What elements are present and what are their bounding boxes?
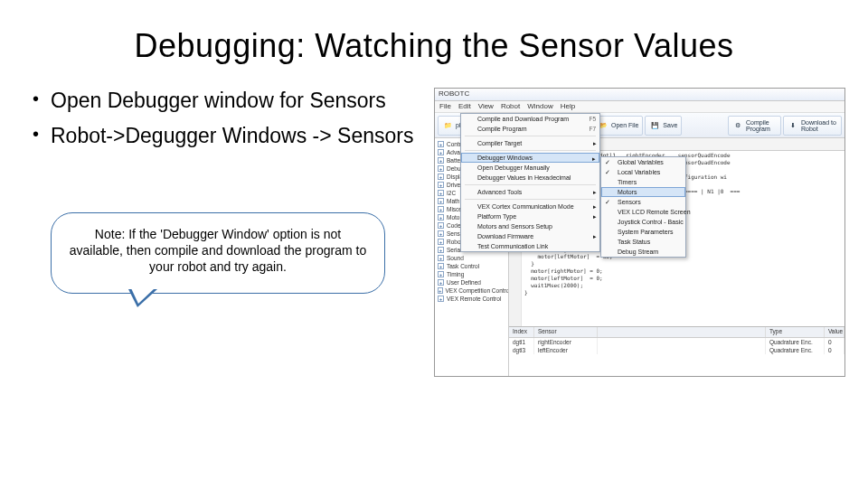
save-button[interactable]: 💾 Save: [645, 116, 682, 136]
open-file-button[interactable]: 📂 Open File: [593, 116, 643, 136]
submenu-item[interactable]: Task Status: [601, 237, 685, 247]
sensor-row: dgtl1rightEncoderQuadrature Enc.0: [509, 338, 844, 346]
sidebar-item-label: User Defined: [447, 279, 481, 286]
menu-help[interactable]: Help: [561, 102, 575, 111]
sidebar-item[interactable]: +VEX Remote Control: [435, 295, 508, 303]
note-text: Note: If the 'Debugger Window' option is…: [70, 227, 366, 274]
expand-icon: +: [438, 141, 444, 147]
check-icon: ✓: [605, 199, 610, 206]
chevron-right-icon: ▸: [592, 155, 596, 163]
menu-edit[interactable]: Edit: [458, 102, 471, 111]
expand-icon: +: [438, 222, 444, 229]
expand-icon: +: [438, 239, 444, 245]
sidebar-item-label: Timing: [447, 271, 464, 277]
chevron-right-icon: ▸: [593, 140, 597, 147]
expand-icon: +: [438, 190, 444, 196]
compile-label: Compile Program: [746, 119, 777, 132]
expand-icon: +: [438, 263, 444, 269]
submenu-item[interactable]: Debug Stream: [601, 247, 685, 257]
col-type: Type: [766, 327, 825, 337]
callout-tail: [128, 291, 160, 309]
chevron-right-icon: ▸: [593, 189, 597, 196]
download-icon: ⬇: [788, 120, 798, 131]
sidebar-item[interactable]: +Timing: [435, 270, 508, 278]
chevron-right-icon: ▸: [593, 233, 597, 240]
save-label: Save: [663, 122, 677, 128]
sidebar-item-label: Sound: [447, 255, 464, 261]
col-index: Index: [509, 327, 534, 337]
expand-icon: +: [438, 287, 443, 294]
sidebar-item[interactable]: +VEX Competition Control: [435, 286, 508, 295]
expand-icon: +: [438, 198, 444, 204]
window-titlebar: ROBOTC: [435, 89, 844, 101]
expand-icon: +: [438, 255, 444, 261]
menu-item[interactable]: Advanced Tools▸: [461, 187, 599, 197]
expand-icon: +: [438, 247, 444, 253]
expand-icon: +: [438, 157, 444, 164]
robot-menu-dropdown: Compile and Download ProgramF5Compile Pr…: [460, 113, 600, 252]
expand-icon: +: [438, 165, 444, 172]
sidebar-item-label: VEX Remote Control: [447, 296, 501, 302]
menu-item[interactable]: Test Communication Link: [461, 241, 599, 251]
menu-item[interactable]: Compile and Download ProgramF5: [461, 114, 599, 124]
bullet-list: Open Debugger window for Sensors Robot->…: [33, 88, 425, 149]
sidebar-item-label: VEX Competition Control: [446, 287, 509, 294]
submenu-item[interactable]: VEX LCD Remote Screen: [601, 207, 685, 217]
note-callout: Note: If the 'Debugger Window' option is…: [51, 212, 385, 295]
menu-item[interactable]: VEX Cortex Communication Mode▸: [461, 202, 599, 211]
menu-robot[interactable]: Robot: [501, 102, 520, 111]
sidebar-item-label: I2C: [447, 190, 456, 196]
sidebar-item[interactable]: +Task Control: [435, 262, 508, 270]
check-icon: ✓: [605, 169, 610, 176]
sensor-header-row: Index Sensor Type Value: [509, 327, 844, 338]
chevron-right-icon: ▸: [593, 203, 597, 211]
menu-item[interactable]: Platform Type▸: [461, 211, 599, 221]
expand-icon: +: [438, 149, 444, 155]
folder-icon: 📁: [442, 120, 453, 131]
submenu-item[interactable]: Joystick Control - Basic: [601, 217, 685, 227]
submenu-item[interactable]: ✓Sensors: [601, 197, 685, 207]
expand-icon: +: [438, 271, 444, 277]
submenu-item[interactable]: ✓Local Variables: [601, 167, 685, 177]
bullet-item: Robot->Degugger Windows -> Sensors: [33, 123, 425, 149]
submenu-item[interactable]: Timers: [601, 177, 685, 187]
sidebar-item[interactable]: +Sound: [435, 254, 508, 262]
sidebar-item[interactable]: +User Defined: [435, 278, 508, 286]
expand-icon: +: [438, 279, 444, 286]
download-label: Download to Robot: [801, 119, 837, 132]
bullet-item: Open Debugger window for Sensors: [33, 88, 425, 114]
col-blank: [598, 327, 766, 337]
menu-item[interactable]: Motors and Sensors Setup: [461, 221, 599, 231]
download-button[interactable]: ⬇ Download to Robot: [783, 116, 842, 136]
menu-item[interactable]: Debugger Values in Hexadecimal: [461, 173, 599, 183]
menu-window[interactable]: Window: [527, 102, 552, 111]
chevron-right-icon: ▸: [593, 213, 597, 221]
submenu-item[interactable]: ✓Global Variables: [601, 157, 685, 167]
screenshot-ide: ROBOTC File Edit View Robot Window Help …: [434, 88, 845, 377]
submenu-item[interactable]: System Parameters: [601, 227, 685, 237]
gear-icon: ⚙: [732, 120, 743, 131]
sidebar-item-label: Task Control: [447, 263, 479, 269]
expand-icon: +: [438, 174, 444, 180]
submenu-item[interactable]: Motors: [601, 187, 685, 197]
menu-item[interactable]: Debugger Windows▸: [461, 153, 599, 163]
menu-item[interactable]: Open Debugger Manually: [461, 163, 599, 173]
slide-title: Debugging: Watching the Sensor Values: [27, 27, 841, 65]
expand-icon: +: [438, 214, 444, 221]
save-icon: 💾: [649, 120, 660, 131]
menu-item[interactable]: Compiler Target▸: [461, 138, 599, 148]
expand-icon: +: [438, 230, 444, 237]
sensor-panel: Index Sensor Type Value dgtl1rightEncode…: [509, 326, 844, 376]
compile-button[interactable]: ⚙ Compile Program: [728, 116, 781, 136]
open-label: Open File: [611, 122, 638, 128]
menu-item[interactable]: Download Firmware▸: [461, 231, 599, 241]
debugger-windows-submenu: ✓Global Variables✓Local VariablesTimersM…: [600, 156, 686, 258]
sensor-row: dgtl3leftEncoderQuadrature Enc.0: [509, 346, 844, 354]
col-value: Value: [825, 327, 844, 337]
menu-view[interactable]: View: [478, 102, 494, 111]
check-icon: ✓: [605, 159, 610, 166]
menu-file[interactable]: File: [439, 102, 451, 111]
expand-icon: +: [438, 296, 444, 302]
menubar: File Edit View Robot Window Help: [435, 101, 844, 113]
menu-item[interactable]: Compile ProgramF7: [461, 124, 599, 134]
